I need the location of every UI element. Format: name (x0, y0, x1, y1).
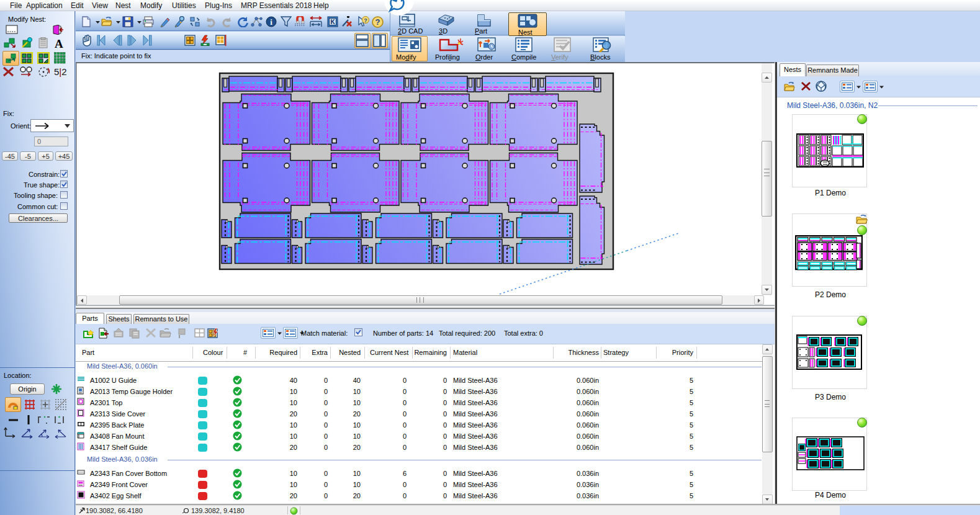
svg-text:i: i (270, 17, 272, 27)
svg-text:?: ? (364, 17, 367, 24)
svg-text:?: ? (375, 17, 380, 27)
svg-text:K: K (330, 19, 335, 25)
